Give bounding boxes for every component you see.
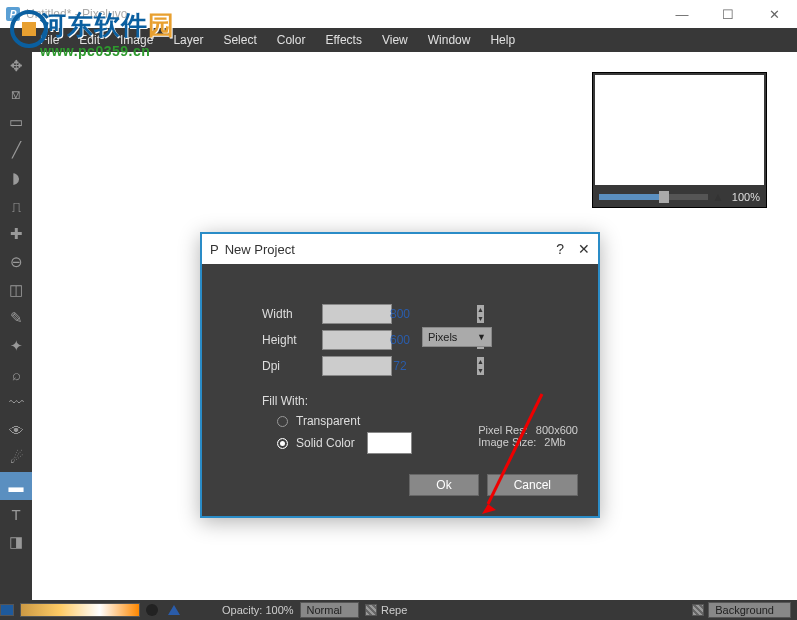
dpi-down-icon[interactable]: ▼ bbox=[477, 366, 484, 375]
project-info: Pixel Res:800x600 Image Size:2Mb bbox=[478, 424, 578, 448]
radio-solid-color[interactable] bbox=[277, 438, 288, 449]
close-button[interactable]: ✕ bbox=[751, 0, 797, 28]
new-project-dialog: P New Project ? ✕ Width ▲▼ Pixels ▼ Heig… bbox=[200, 232, 600, 518]
app-icon: P bbox=[6, 7, 20, 21]
status-bar: Opacity: 100% Normal Repe Background bbox=[0, 600, 797, 620]
layer-thumb-icon[interactable] bbox=[692, 604, 704, 616]
ok-button[interactable]: Ok bbox=[409, 474, 478, 496]
wand-tool-icon[interactable]: ✦ bbox=[0, 332, 32, 360]
blur-tool-icon[interactable]: 〰 bbox=[0, 388, 32, 416]
navigator-preview[interactable] bbox=[595, 75, 764, 185]
navigator-panel[interactable]: ▲ 100% bbox=[592, 72, 767, 208]
dialog-title: New Project bbox=[225, 242, 295, 257]
eraser-tool-icon[interactable]: ◨ bbox=[0, 528, 32, 556]
menu-bar: File Edit Image Layer Select Color Effec… bbox=[0, 28, 797, 52]
window-title: Untitled* - Pixeluvo bbox=[26, 7, 127, 21]
transparent-label: Transparent bbox=[296, 414, 360, 428]
lasso-tool-icon[interactable]: ⊖ bbox=[0, 248, 32, 276]
chevron-down-icon: ▼ bbox=[477, 332, 486, 342]
text-tool-icon[interactable]: T bbox=[0, 500, 32, 528]
repeat-checkbox[interactable] bbox=[365, 604, 377, 616]
repeat-label: Repe bbox=[381, 604, 407, 616]
dialog-help-button[interactable]: ? bbox=[556, 241, 564, 257]
zoom-slider[interactable] bbox=[599, 194, 708, 200]
burn-tool-icon[interactable]: ☄ bbox=[0, 444, 32, 472]
selection-tool-icon[interactable]: ▭ bbox=[0, 108, 32, 136]
dpi-input[interactable]: ▲▼ bbox=[322, 356, 392, 376]
opacity-label[interactable]: Opacity: 100% bbox=[222, 604, 294, 616]
menu-select[interactable]: Select bbox=[213, 28, 266, 52]
zoom-percent: 100% bbox=[732, 191, 760, 203]
menu-image[interactable]: Image bbox=[110, 28, 163, 52]
menu-effects[interactable]: Effects bbox=[315, 28, 371, 52]
shape-circle-icon[interactable] bbox=[146, 604, 158, 616]
menu-edit[interactable]: Edit bbox=[69, 28, 110, 52]
clone-tool-icon[interactable]: ⎍ bbox=[0, 192, 32, 220]
menu-help[interactable]: Help bbox=[480, 28, 525, 52]
units-dropdown[interactable]: Pixels ▼ bbox=[422, 327, 492, 347]
menu-layer[interactable]: Layer bbox=[163, 28, 213, 52]
menu-file[interactable]: File bbox=[30, 28, 69, 52]
gradient-tool-icon[interactable]: ▬ bbox=[0, 472, 32, 500]
menu-window[interactable]: Window bbox=[418, 28, 481, 52]
radio-transparent[interactable] bbox=[277, 416, 288, 427]
marquee-tool-icon[interactable]: ◫ bbox=[0, 276, 32, 304]
maximize-button[interactable]: ☐ bbox=[705, 0, 751, 28]
blend-mode-dropdown[interactable]: Normal bbox=[300, 602, 359, 618]
cancel-button[interactable]: Cancel bbox=[487, 474, 578, 496]
height-label: Height bbox=[262, 333, 322, 347]
brush-tool-icon[interactable]: ╱ bbox=[0, 136, 32, 164]
zoom-fit-icon[interactable]: ▲ bbox=[712, 190, 724, 204]
color-indicator[interactable] bbox=[0, 604, 14, 616]
minimize-button[interactable]: — bbox=[659, 0, 705, 28]
pen-tool-icon[interactable]: ✎ bbox=[0, 304, 32, 332]
width-down-icon[interactable]: ▼ bbox=[477, 314, 484, 323]
height-input[interactable]: ▲▼ bbox=[322, 330, 392, 350]
smudge-tool-icon[interactable]: ◗ bbox=[0, 164, 32, 192]
title-bar: P Untitled* - Pixeluvo — ☐ ✕ bbox=[0, 0, 797, 28]
menu-color[interactable]: Color bbox=[267, 28, 316, 52]
dpi-label: Dpi bbox=[262, 359, 322, 373]
heal-tool-icon[interactable]: ✚ bbox=[0, 220, 32, 248]
shape-triangle-icon[interactable] bbox=[168, 605, 180, 615]
dpi-up-icon[interactable]: ▲ bbox=[477, 357, 484, 366]
fill-color-swatch[interactable] bbox=[367, 432, 412, 454]
width-input[interactable]: ▲▼ bbox=[322, 304, 392, 324]
svg-marker-1 bbox=[482, 504, 496, 514]
solid-color-label: Solid Color bbox=[296, 436, 355, 450]
eye-tool-icon[interactable]: 👁 bbox=[0, 416, 32, 444]
zoom-tool-icon[interactable]: ⌕ bbox=[0, 360, 32, 388]
tool-palette: ✥ ⟏ ▭ ╱ ◗ ⎍ ✚ ⊖ ◫ ✎ ✦ ⌕ 〰 👁 ☄ ▬ T ◨ bbox=[0, 52, 32, 600]
move-tool-icon[interactable]: ✥ bbox=[0, 52, 32, 80]
gradient-preview[interactable] bbox=[20, 603, 140, 617]
width-label: Width bbox=[262, 307, 322, 321]
layer-dropdown[interactable]: Background bbox=[708, 602, 791, 618]
crop-tool-icon[interactable]: ⟏ bbox=[0, 80, 32, 108]
menu-view[interactable]: View bbox=[372, 28, 418, 52]
dialog-icon: P bbox=[210, 242, 219, 257]
dialog-close-button[interactable]: ✕ bbox=[578, 241, 590, 257]
fill-with-label: Fill With: bbox=[262, 394, 578, 408]
width-up-icon[interactable]: ▲ bbox=[477, 305, 484, 314]
